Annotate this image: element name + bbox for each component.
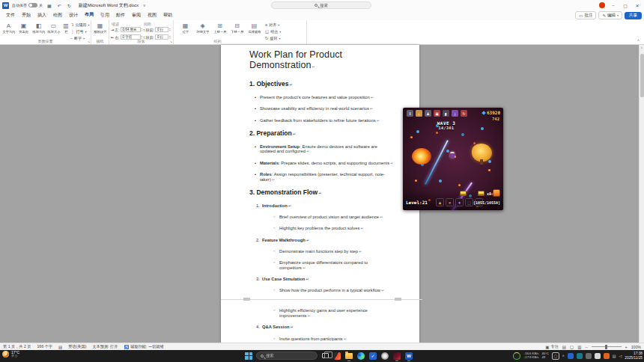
close-button[interactable]: ✕ xyxy=(634,3,641,8)
vertical-scrollbar[interactable]: ˄ xyxy=(639,45,644,343)
orientation-button[interactable]: ◧纸张方向 xyxy=(31,22,46,34)
space-before-spinner[interactable]: ▴▾ xyxy=(169,28,171,32)
text-direction-button[interactable]: A文字方向 xyxy=(1,22,16,34)
share-button[interactable]: 共享 xyxy=(625,12,642,19)
tab-layout[interactable]: 布局 xyxy=(82,10,97,21)
clock[interactable]: 17:38 2025/11/25 xyxy=(625,352,643,360)
zoom-out-icon[interactable]: – xyxy=(585,345,587,349)
undo-icon[interactable]: ↶ xyxy=(56,3,63,8)
tray-tool-icon[interactable]: ▢ xyxy=(552,352,559,360)
redo-icon[interactable]: ↻ xyxy=(66,3,73,8)
group-objects-button[interactable]: ◱组合▾ xyxy=(265,29,281,34)
paper-size-button[interactable]: ▭纸张大小 xyxy=(46,22,61,34)
tray-shield-icon[interactable] xyxy=(568,353,574,359)
columns-button[interactable]: ▥栏 xyxy=(61,22,70,34)
shop-button[interactable] xyxy=(493,189,500,197)
task-view-button[interactable] xyxy=(321,352,329,361)
touch-keyboard-icon[interactable]: ▤ xyxy=(613,354,616,358)
wrap-text-button[interactable]: ◈环绕文字 xyxy=(195,22,210,34)
text-prediction[interactable]: 文本预测: 打开 xyxy=(92,344,118,349)
tray-app-icon-1[interactable] xyxy=(577,353,583,359)
zoom-level[interactable]: 100% xyxy=(631,345,641,349)
bring-forward-button[interactable]: ⊞上移一层 xyxy=(213,22,227,34)
chest-icon[interactable] xyxy=(478,191,484,196)
document-page[interactable]: Work Plan for Product Demonstration↵ 1. … xyxy=(221,45,419,343)
document-title[interactable]: 新建Microsoft Word 文档.docx xyxy=(79,2,139,9)
weather-widget[interactable]: 17°C 多云 xyxy=(2,351,19,358)
maximize-button[interactable]: ▢ xyxy=(622,3,629,8)
autosave-switch-icon[interactable] xyxy=(28,3,37,7)
performance-gauge-icon[interactable] xyxy=(513,352,520,360)
game-overlay-window[interactable]: ‖ ⌂ ♟ ▣ ▮ ¡ ↻ 63920 742 WAVE 3 14/301 x8… xyxy=(403,108,503,210)
comments-button[interactable]: ▭ 批注 xyxy=(575,11,596,19)
network-speed[interactable]: ↑16.6 KB/s ↓17.9 KB/s xyxy=(523,352,538,359)
line-numbers-button[interactable]: ⋮行号▾ xyxy=(70,29,90,34)
read-mode-icon[interactable]: ▤ xyxy=(562,345,566,349)
settings-button[interactable] xyxy=(380,352,389,361)
scrollbar-thumb[interactable] xyxy=(640,54,644,97)
manuscript-setup-button[interactable]: ▦稿纸设置 xyxy=(93,22,107,34)
print-layout-icon[interactable]: ▢ xyxy=(570,345,574,349)
language-indicator[interactable]: 英语(美国) xyxy=(68,344,86,349)
volume-icon[interactable]: ◁ xyxy=(619,354,622,358)
zoom-slider[interactable] xyxy=(592,346,622,347)
todo-button[interactable]: ✓ xyxy=(368,352,377,361)
tab-file[interactable]: 文件 xyxy=(3,10,18,21)
indent-left-spinner[interactable]: ▴▾ xyxy=(142,28,143,32)
pause-button[interactable]: ‖ xyxy=(407,110,413,117)
tab-review[interactable]: 审阅 xyxy=(129,10,144,21)
focus-mode-button[interactable]: ▣ 专注 xyxy=(545,344,559,349)
title-dropdown-icon[interactable]: ∨ xyxy=(143,3,146,7)
send-backward-button[interactable]: ⊟下移一层 xyxy=(230,22,244,34)
zoom-slider-thumb[interactable] xyxy=(605,345,607,349)
breaks-button[interactable]: ↴分隔符▾ xyxy=(70,22,90,27)
tab-references[interactable]: 引用 xyxy=(97,10,112,21)
tray-alert-icon[interactable] xyxy=(604,353,610,359)
gift-button[interactable]: ▣ xyxy=(434,110,440,117)
page-setup-dialog-launcher-icon[interactable]: ↘ xyxy=(88,40,90,43)
margins-button[interactable]: ▣页边距 xyxy=(16,22,31,34)
game-app-button[interactable] xyxy=(392,352,401,361)
search-box[interactable]: 搜索 xyxy=(271,1,371,9)
minimize-button[interactable]: – xyxy=(610,3,617,7)
autosave-toggle[interactable]: 自动保存 关 xyxy=(12,3,43,7)
file-explorer-button[interactable] xyxy=(344,352,353,361)
temperature-readout[interactable]: 40°C 49 xyxy=(541,352,548,359)
edge-button[interactable] xyxy=(356,352,365,361)
item-slot[interactable]: ♦ xyxy=(455,198,464,206)
proofing-icon[interactable]: ▤ xyxy=(58,345,62,349)
editing-mode-button[interactable]: ✎ 编辑 ▾ xyxy=(598,11,622,19)
tray-app-icon-2[interactable] xyxy=(586,353,592,359)
stats-button[interactable]: ▮ xyxy=(443,110,449,117)
hidden-icons-chevron[interactable]: ˄ xyxy=(562,354,565,358)
collapse-ribbon-icon[interactable]: ˄ xyxy=(637,38,640,43)
accessibility-status[interactable]: ♿ 辅助功能: 一切就绪 xyxy=(124,344,163,349)
chest-icon[interactable] xyxy=(460,191,467,196)
character-button[interactable]: ♟ xyxy=(425,110,431,117)
scroll-up-icon[interactable]: ˄ xyxy=(640,46,644,49)
app-pinned-1[interactable] xyxy=(332,352,341,361)
selection-pane-button[interactable]: ▤选择窗格 xyxy=(247,22,261,34)
item-slot-locked[interactable]: ◻ xyxy=(465,198,473,206)
position-button[interactable]: ▦位置 xyxy=(178,22,192,34)
align-button[interactable]: ≡对齐▾ xyxy=(265,22,281,27)
tray-gear-icon[interactable] xyxy=(595,353,601,359)
tab-draw[interactable]: 绘图 xyxy=(50,10,65,21)
space-before-field[interactable]: 0 行 xyxy=(155,27,168,32)
word-count[interactable]: 166 个字 xyxy=(37,344,52,349)
indent-left-field[interactable]: 0.64 厘米 xyxy=(121,27,141,32)
zoom-in-icon[interactable]: + xyxy=(625,345,628,349)
web-layout-icon[interactable]: ▥ xyxy=(577,345,581,349)
save-icon[interactable]: ▦ xyxy=(46,3,53,8)
tab-design[interactable]: 设计 xyxy=(66,10,81,21)
tab-mailings[interactable]: 邮件 xyxy=(113,10,128,21)
tab-home[interactable]: 开始 xyxy=(19,10,34,21)
page-indicator[interactable]: 第 1 页，共 2 页 xyxy=(3,344,31,349)
start-button[interactable] xyxy=(244,352,253,361)
restart-button[interactable]: ↻ xyxy=(461,110,467,117)
tab-view[interactable]: 视图 xyxy=(145,10,160,21)
taskbar-search[interactable]: 搜索 xyxy=(256,352,318,360)
word-taskbar-button[interactable]: W xyxy=(404,352,413,361)
item-slot[interactable]: ● xyxy=(446,198,454,206)
tab-insert[interactable]: 插入 xyxy=(34,10,49,21)
